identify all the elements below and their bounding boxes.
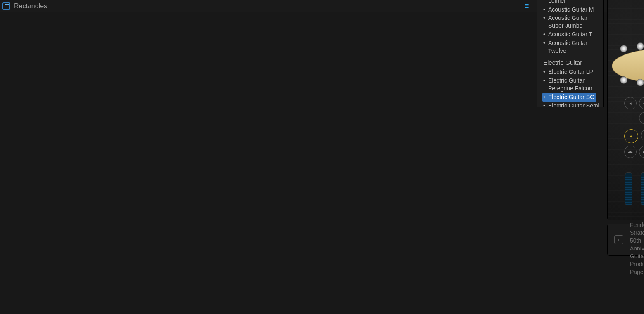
list-item[interactable]: Acoustic Guitar Twelve <box>542 39 603 55</box>
control-row: ◂ |◂▸| ▸ ● ❚❚ ◂▸ ▸◂ ▾ ♾ DI <box>612 109 644 158</box>
pitch-wheel[interactable] <box>625 172 632 205</box>
list-item[interactable]: Electric Guitar Semi Hollow <box>542 102 603 107</box>
info-dock: i Ample Guitar SC Fender Stratocaster 50… <box>607 224 644 256</box>
list-item[interactable]: Acoustic Guitar Luthier <box>542 0 603 5</box>
instrument-list: Acoustic GuitarAcoustic Guitar LuthierAc… <box>537 0 603 107</box>
list-item[interactable]: Acoustic Guitar M <box>542 5 603 14</box>
skip-back-button[interactable]: |◂▸| <box>639 97 644 109</box>
record-transport[interactable]: ● <box>624 129 638 143</box>
transport: ◂ |◂▸| ▸ ● ❚❚ ◂▸ ▸◂ <box>612 97 644 158</box>
window-title: Rectangles <box>14 2 521 11</box>
shuffle-button[interactable]: ▸◂ <box>639 146 644 158</box>
list-item[interactable]: Electric Guitar Peregrine Falcon <box>542 76 603 93</box>
loop-button[interactable]: ◂▸ <box>624 146 637 158</box>
list-view-icon[interactable]: ☰ <box>521 2 532 11</box>
info-icon[interactable]: i <box>614 235 623 244</box>
list-item[interactable]: Electric Guitar LP <box>542 68 603 76</box>
list-item[interactable]: Electric Guitar SC <box>542 93 596 102</box>
plugin-panel: ◀ Default ▶ ≡ AMPLE GUITAR SC 0.0 1.0 5 <box>607 0 644 220</box>
info-desc: Fender Stratocaster 50th Anniversary Gui… <box>630 221 644 276</box>
app-logo <box>2 2 10 10</box>
prev-button[interactable]: ◂ <box>624 97 637 109</box>
pause-button[interactable]: ❚❚ <box>641 129 644 142</box>
next-button[interactable]: ▸ <box>639 112 644 124</box>
list-item[interactable]: Acoustic Guitar Super Jumbo <box>542 14 603 30</box>
mod-wheel[interactable] <box>641 172 644 205</box>
headstock <box>612 41 644 90</box>
list-item[interactable]: Acoustic Guitar T <box>542 30 603 39</box>
sidebar: List Thumbnail Acoustic GuitarAcoustic G… <box>537 0 604 107</box>
group-title: Electric Guitar <box>542 58 603 68</box>
